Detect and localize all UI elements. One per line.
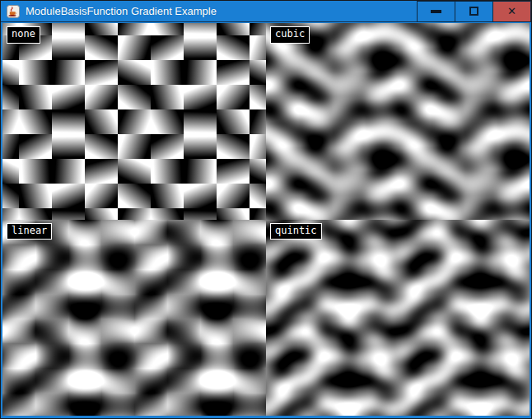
panel-cubic: cubic <box>266 23 530 220</box>
noise-canvas-cubic <box>266 23 530 220</box>
window-title: ModuleBasisFunction Gradient Example <box>26 5 217 17</box>
close-x-icon: ✕ <box>507 6 516 16</box>
noise-canvas-none <box>2 23 266 220</box>
panel-linear: linear <box>2 220 266 417</box>
close-button[interactable]: ✕ <box>492 1 531 22</box>
minimize-button[interactable] <box>417 1 455 22</box>
app-window: ModuleBasisFunction Gradient Example ✕ n… <box>0 0 532 419</box>
panel-none: none <box>2 23 266 220</box>
window-controls: ✕ <box>418 1 531 22</box>
noise-canvas-linear <box>2 220 266 417</box>
panel-label-linear: linear <box>7 223 52 240</box>
panel-label-none: none <box>7 26 40 44</box>
titlebar[interactable]: ModuleBasisFunction Gradient Example ✕ <box>1 1 531 22</box>
minimize-dash-icon <box>431 10 441 13</box>
panel-quintic: quintic <box>266 220 530 417</box>
maximize-button[interactable] <box>455 1 493 22</box>
panel-label-quintic: quintic <box>270 223 322 240</box>
noise-canvas-quintic <box>266 220 530 417</box>
maximize-square-icon <box>469 7 478 16</box>
java-coffee-cup-icon[interactable] <box>7 5 20 18</box>
panel-label-cubic: cubic <box>270 26 310 44</box>
noise-grid: none cubic linear quintic <box>2 23 530 416</box>
